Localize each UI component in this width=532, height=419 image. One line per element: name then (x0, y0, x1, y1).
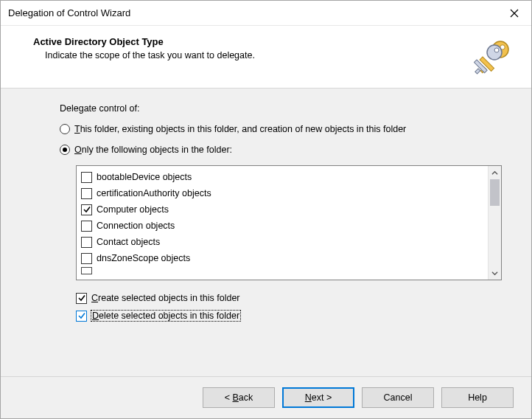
list-item-label: Connection objects (97, 221, 175, 231)
list-item-label: certificationAuthority objects (97, 188, 211, 198)
delete-objects-label: Delete selected objects in this folder (91, 311, 240, 321)
list-item[interactable]: Connection objects (81, 218, 483, 234)
checkbox-icon (81, 188, 92, 199)
radio-icon (60, 124, 70, 134)
page-subheading: Indicate the scope of the task you want … (45, 50, 468, 60)
chevron-down-icon (491, 270, 498, 277)
cancel-button[interactable]: Cancel (362, 387, 434, 408)
scope-label: Delegate control of: (60, 103, 502, 114)
svg-point-5 (494, 48, 499, 52)
wizard-window: Delegation of Control Wizard Active Dire… (0, 0, 532, 419)
radio-this-folder-label: This folder, existing objects in this fo… (74, 124, 406, 134)
checkbox-icon (81, 267, 92, 274)
svg-rect-7 (475, 69, 480, 74)
chevron-up-icon (491, 170, 498, 176)
list-item[interactable]: dnsZoneScope objects (81, 250, 483, 266)
delete-objects-checkbox[interactable]: Delete selected objects in this folder (76, 307, 502, 325)
wizard-header-text: Active Directory Object Type Indicate th… (33, 36, 468, 77)
checkbox-icon (76, 293, 87, 304)
scroll-down-button[interactable] (489, 266, 501, 280)
list-item-label: Computer objects (97, 204, 169, 215)
scroll-track[interactable] (489, 179, 501, 266)
scroll-up-button[interactable] (489, 166, 501, 179)
list-item[interactable]: Contact objects (81, 234, 483, 250)
next-button[interactable]: Next > (282, 387, 354, 408)
help-button[interactable]: Help (441, 387, 514, 408)
create-objects-label: Create selected objects in this folder (91, 293, 240, 303)
back-button[interactable]: < Back (203, 387, 275, 408)
object-types-listbox[interactable]: bootableDevice objectscertificationAutho… (76, 165, 502, 280)
checkbox-icon (76, 311, 87, 322)
checkbox-icon (81, 237, 92, 248)
page-heading: Active Directory Object Type (33, 36, 468, 47)
list-item[interactable] (81, 266, 483, 275)
radio-this-folder[interactable]: This folder, existing objects in this fo… (60, 124, 502, 134)
close-button[interactable] (497, 1, 531, 25)
radio-icon (60, 145, 70, 155)
list-item[interactable]: bootableDevice objects (81, 169, 483, 185)
list-item-label: bootableDevice objects (97, 172, 192, 182)
wizard-content: Delegate control of: This folder, existi… (1, 89, 531, 376)
svg-point-4 (487, 45, 502, 60)
scrollbar[interactable] (488, 166, 501, 280)
list-item[interactable]: Computer objects (81, 201, 483, 218)
checkbox-icon (81, 253, 92, 264)
radio-only-following-label: Only the following objects in the folder… (74, 145, 232, 155)
window-title: Delegation of Control Wizard (8, 7, 497, 18)
button-bar: < Back Next > Cancel Help (1, 376, 531, 418)
keys-icon (474, 36, 515, 77)
post-options: Create selected objects in this folder D… (76, 289, 502, 325)
list-item[interactable]: certificationAuthority objects (81, 185, 483, 201)
checkbox-icon (81, 172, 92, 183)
list-item-label: Contact objects (97, 237, 160, 247)
checkbox-icon (81, 204, 92, 215)
listbox-viewport: bootableDevice objectscertificationAutho… (77, 166, 488, 280)
wizard-header: Active Directory Object Type Indicate th… (1, 26, 531, 89)
radio-only-following[interactable]: Only the following objects in the folder… (60, 145, 502, 155)
checkbox-icon (81, 221, 92, 232)
scroll-thumb[interactable] (490, 179, 500, 206)
create-objects-checkbox[interactable]: Create selected objects in this folder (76, 289, 502, 307)
titlebar: Delegation of Control Wizard (1, 1, 531, 26)
close-icon (510, 9, 519, 18)
list-item-label: dnsZoneScope objects (97, 253, 190, 263)
